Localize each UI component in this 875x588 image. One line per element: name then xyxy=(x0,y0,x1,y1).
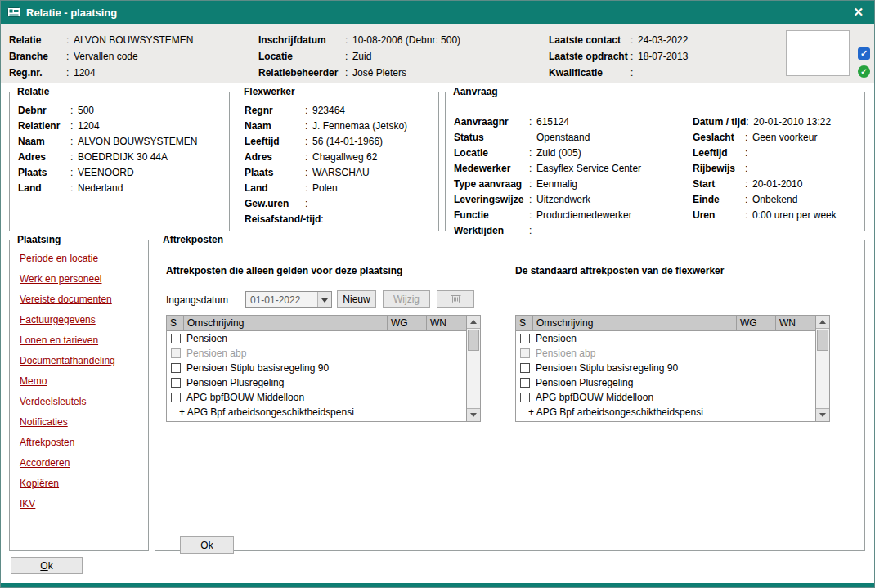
ingangsdatum-value: 01-01-2022 xyxy=(246,292,317,307)
aftrekpost-name: Pensioen abp xyxy=(536,348,737,359)
plaatsing-nav-link[interactable]: Verdeelsleutels xyxy=(20,396,86,407)
scroll-thumb[interactable] xyxy=(817,330,828,351)
field-label: Relatienr xyxy=(18,120,70,132)
aftrekpost-row[interactable]: APG bpfBOUW Middelloon xyxy=(516,390,815,405)
aftrekpost-row[interactable]: Pensioen Stiplu basisregeling 90 xyxy=(167,361,466,375)
field-colon: : xyxy=(66,51,74,62)
field-label: Laatste opdracht xyxy=(549,51,630,62)
scroll-up-icon[interactable] xyxy=(816,316,829,329)
relation-card-icon xyxy=(7,7,20,18)
plaatsing-nav-link[interactable]: Documentafhandeling xyxy=(20,355,115,366)
field-colon: : xyxy=(745,132,752,143)
scroll-down-icon[interactable] xyxy=(467,408,480,421)
standaard-aftrekposten-heading: De standaard aftrekposten van de flexwer… xyxy=(515,265,724,276)
field-colon: : xyxy=(305,198,312,209)
flexwerker-legend: Flexwerker xyxy=(240,86,298,97)
field-row: Leeftijd : xyxy=(693,145,837,160)
vertical-scrollbar[interactable] xyxy=(815,316,829,421)
field-value: Productiemedewerker xyxy=(536,209,632,221)
header-field-row: Relatiebeheerder : José Pieters xyxy=(258,65,460,81)
field-label: Uren xyxy=(693,209,745,221)
row-checkbox[interactable] xyxy=(520,363,530,373)
ingangsdatum-select[interactable]: 01-01-2022 xyxy=(245,291,332,308)
plaatsing-nav-link[interactable]: Accorderen xyxy=(20,457,70,469)
aftrekpost-row[interactable]: Pensioen Plusregeling xyxy=(167,375,466,390)
aanvraag-groupbox: Aanvraag Aanvraagnr : 615124 Status Open… xyxy=(445,86,865,231)
row-checkbox[interactable] xyxy=(520,378,530,388)
plaatsing-nav-link[interactable]: Werk en personeel xyxy=(20,273,102,285)
field-colon: : xyxy=(345,51,352,62)
aftrekpost-name: APG bpfBOUW Middelloon xyxy=(186,392,388,403)
relatie-groupbox: Relatie Debnr : 500 Relatienr : 1204 Naa… xyxy=(9,86,230,231)
plaatsing-nav-link[interactable]: Lonen en tarieven xyxy=(20,334,98,346)
field-label: Gew.uren xyxy=(245,198,305,209)
field-colon: : xyxy=(70,105,78,116)
table-header: S Omschrijving WG WN xyxy=(516,316,815,331)
field-row: Einde : Onbekend xyxy=(693,191,837,207)
field-row: Regnr : 923464 xyxy=(245,102,438,118)
aftrekposten-ok-button[interactable]: Ok xyxy=(180,536,234,554)
plaatsing-nav-link[interactable]: Aftrekposten xyxy=(20,437,74,448)
row-checkbox[interactable] xyxy=(520,348,530,358)
nieuw-button[interactable]: Nieuw xyxy=(337,290,376,308)
plaatsing-nav-link[interactable]: Factuurgegevens xyxy=(20,314,96,325)
row-checkbox[interactable] xyxy=(171,348,181,358)
plaatsing-nav-link[interactable]: Memo xyxy=(20,375,47,387)
field-label: Kwalificatie xyxy=(549,67,630,79)
scroll-thumb[interactable] xyxy=(468,330,479,351)
dialog-ok-button[interactable]: Ok xyxy=(11,557,83,574)
field-row: Plaats : VEENOORD xyxy=(18,164,229,180)
row-checkbox[interactable] xyxy=(171,378,181,388)
field-value: Onbekend xyxy=(752,194,797,205)
plaatsing-nav-link[interactable]: Vereiste documenten xyxy=(20,294,112,305)
scroll-down-icon[interactable] xyxy=(816,408,829,421)
scroll-up-icon[interactable] xyxy=(467,316,480,329)
field-label: Locatie xyxy=(258,51,345,62)
plaatsing-legend: Plaatsing xyxy=(14,234,64,245)
aftrekpost-row[interactable]: + APG Bpf arbeidsongeschiktheidspensi xyxy=(167,405,466,420)
field-colon: : xyxy=(630,34,638,46)
row-checkbox[interactable] xyxy=(520,393,530,402)
flexwerker-fields: Regnr : 923464 Naam : J. Fennemaa (Jetsk… xyxy=(236,97,438,227)
aftrekpost-row[interactable]: Pensioen abp xyxy=(516,346,815,361)
field-label: Adres xyxy=(18,151,70,163)
plaatsing-nav-link[interactable]: Notificaties xyxy=(20,416,68,428)
field-colon: : xyxy=(630,67,638,79)
field-colon: : xyxy=(745,163,752,174)
field-value: Nederland xyxy=(78,182,123,194)
chevron-down-icon[interactable] xyxy=(317,292,331,307)
aftrekpost-row[interactable]: Pensioen xyxy=(516,331,815,346)
header-field-row: Inschrijfdatum : 10-08-2006 (Debnr: 500) xyxy=(258,32,460,48)
aftrekpost-name: Pensioen Plusregeling xyxy=(186,377,388,388)
row-checkbox[interactable] xyxy=(171,393,181,402)
row-checkbox[interactable] xyxy=(171,334,181,343)
aanvraag-fields-right: Datum / tijd : 20-01-2010 13:22 Geslacht… xyxy=(693,114,837,222)
close-icon[interactable]: ✕ xyxy=(849,5,868,20)
field-label: Geslacht xyxy=(693,132,745,143)
field-label: Leeftijd xyxy=(245,136,305,147)
aftrekpost-row[interactable]: Pensioen Plusregeling xyxy=(516,375,815,390)
plaatsing-aftrekposten-table: S Omschrijving WG WN Pensioen xyxy=(166,315,481,422)
field-row: Plaats : WARSCHAU xyxy=(245,164,438,180)
row-checkbox[interactable] xyxy=(171,363,181,373)
plaatsing-nav-link[interactable]: Periode en locatie xyxy=(20,253,98,264)
plaatsing-nav-link[interactable]: Kopiëren xyxy=(20,478,59,489)
aftrekpost-row[interactable]: Pensioen xyxy=(167,331,466,346)
row-checkbox[interactable] xyxy=(520,334,530,343)
field-value: 500 xyxy=(78,105,94,116)
green-check-icon[interactable]: ✓ xyxy=(858,65,870,78)
aftrekpost-row[interactable]: Pensioen abp xyxy=(167,346,466,361)
field-colon: : xyxy=(529,163,536,174)
field-label: Reisafstand/-tijd xyxy=(245,213,321,225)
aftrekpost-row[interactable]: Pensioen Stiplu basisregeling 90 xyxy=(516,361,815,375)
field-row: Status Openstaand xyxy=(454,129,641,145)
aftrekpost-row[interactable]: + APG Bpf arbeidsongeschiktheidspensi xyxy=(516,405,815,420)
vertical-scrollbar[interactable] xyxy=(466,316,480,421)
aftrekpost-row[interactable]: APG bpfBOUW Middelloon xyxy=(167,390,466,405)
field-value: 1204 xyxy=(74,67,96,79)
wijzig-button[interactable]: Wijzig xyxy=(383,290,430,308)
blue-checkbox-icon[interactable]: ✓ xyxy=(858,47,870,60)
field-label: Plaats xyxy=(18,167,70,178)
plaatsing-nav-link[interactable]: IKV xyxy=(20,498,35,509)
delete-button[interactable] xyxy=(437,290,474,308)
